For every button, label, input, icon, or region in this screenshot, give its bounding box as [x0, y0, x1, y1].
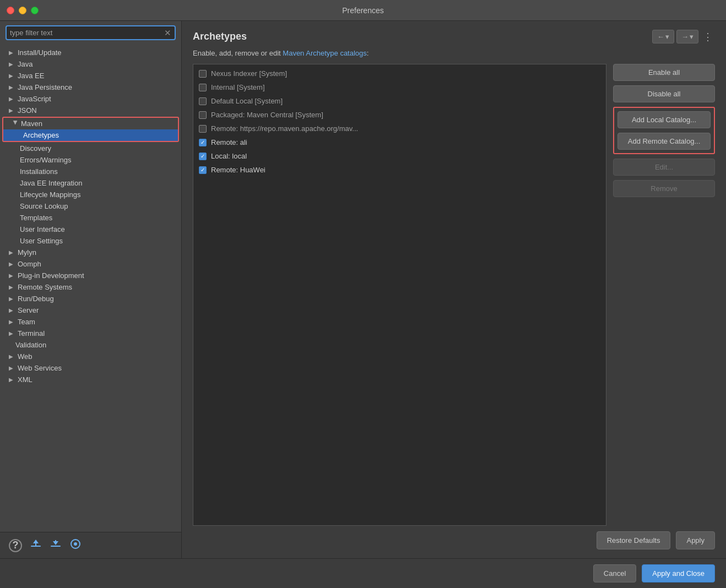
sidebar-item-label: Discovery — [20, 144, 51, 153]
checkbox-remote-apache[interactable] — [199, 125, 207, 133]
checkbox-internal[interactable] — [199, 84, 207, 91]
restore-defaults-button[interactable]: Restore Defaults — [597, 531, 671, 549]
sidebar-item-java[interactable]: ▶ Java — [0, 58, 181, 70]
sidebar-item-java-persistence[interactable]: ▶ Java Persistence — [0, 81, 181, 93]
sidebar-item-json[interactable]: ▶ JSON — [0, 105, 181, 116]
sidebar-item-lifecycle-mappings[interactable]: Lifecycle Mappings — [0, 189, 181, 200]
more-options-button[interactable]: ⋮ — [701, 31, 715, 43]
sidebar-item-label: User Settings — [20, 237, 63, 245]
catalog-list[interactable]: Nexus Indexer [System] Internal [System]… — [193, 64, 606, 526]
arrow-icon: ▶ — [9, 261, 15, 267]
checkbox-default-local[interactable] — [199, 97, 207, 105]
arrow-icon: ▶ — [9, 296, 15, 302]
sidebar-item-user-interface[interactable]: User Interface — [0, 224, 181, 235]
sidebar-item-team[interactable]: ▶ Team — [0, 316, 181, 328]
forward-dropdown-icon: ▾ — [690, 32, 694, 41]
sidebar-item-run-debug[interactable]: ▶ Run/Debug — [0, 293, 181, 304]
catalog-item-local-local[interactable]: ✓ Local: local — [193, 149, 606, 163]
sidebar-item-terminal[interactable]: ▶ Terminal — [0, 328, 181, 339]
sidebar-item-label: JSON — [18, 106, 37, 115]
catalog-item-remote-apache[interactable]: Remote: https://repo.maven.apache.org/ma… — [193, 122, 606, 135]
arrow-icon: ▶ — [9, 61, 15, 67]
catalog-item-label: Default Local [System] — [211, 97, 283, 105]
arrow-icon: ▶ — [9, 50, 15, 56]
catalog-item-default-local[interactable]: Default Local [System] — [193, 94, 606, 108]
catalog-area: Nexus Indexer [System] Internal [System]… — [193, 64, 715, 526]
checkbox-remote-ali[interactable]: ✓ — [199, 139, 207, 146]
apply-button[interactable]: Apply — [676, 531, 715, 549]
sidebar-item-oomph[interactable]: ▶ Oomph — [0, 258, 181, 270]
minimize-button[interactable] — [19, 7, 26, 14]
sidebar-item-maven[interactable]: ▶ Maven — [3, 118, 178, 129]
sidebar-item-label: Web Services — [18, 364, 62, 372]
catalog-item-label: Local: local — [211, 152, 247, 160]
sidebar-item-label: Install/Update — [18, 48, 62, 57]
enable-all-button[interactable]: Enable all — [613, 64, 715, 81]
catalog-item-label: Remote: HuaWei — [211, 166, 266, 174]
catalog-item-label: Remote: https://repo.maven.apache.org/ma… — [211, 124, 358, 133]
svg-rect-5 — [55, 540, 56, 543]
catalog-item-internal[interactable]: Internal [System] — [193, 80, 606, 94]
checkbox-nexus[interactable] — [199, 70, 207, 78]
main-content: ✕ ▶ Install/Update ▶ Java ▶ Java EE ▶ Ja… — [0, 21, 726, 558]
sidebar-item-web[interactable]: ▶ Web — [0, 351, 181, 362]
edit-button[interactable]: Edit... — [613, 159, 715, 176]
sidebar-item-installations[interactable]: Installations — [0, 166, 181, 177]
forward-button[interactable]: → ▾ — [676, 30, 698, 43]
sidebar-item-validation[interactable]: Validation — [0, 339, 181, 351]
sidebar-item-install-update[interactable]: ▶ Install/Update — [0, 47, 181, 58]
sidebar-item-discovery[interactable]: Discovery — [0, 143, 181, 154]
sidebar-item-templates[interactable]: Templates — [0, 212, 181, 224]
sidebar-item-label: Server — [18, 306, 39, 314]
export-icon[interactable] — [50, 538, 62, 553]
apply-and-close-button[interactable]: Apply and Close — [642, 564, 715, 582]
sidebar-item-java-ee[interactable]: ▶ Java EE — [0, 70, 181, 81]
sidebar-item-source-lookup[interactable]: Source Lookup — [0, 200, 181, 212]
sidebar-item-user-settings[interactable]: User Settings — [0, 235, 181, 247]
sidebar-item-javascript[interactable]: ▶ JavaScript — [0, 93, 181, 105]
close-button[interactable] — [7, 7, 14, 14]
sidebar-item-label: Run/Debug — [18, 295, 54, 303]
sidebar-item-label: Java Persistence — [18, 83, 72, 91]
catalog-item-nexus[interactable]: Nexus Indexer [System] — [193, 67, 606, 80]
add-remote-catalog-button[interactable]: Add Remote Catalog... — [617, 133, 711, 150]
checkbox-local-local[interactable]: ✓ — [199, 153, 207, 160]
remove-button[interactable]: Remove — [613, 180, 715, 197]
sidebar-item-mylyn[interactable]: ▶ Mylyn — [0, 247, 181, 258]
description: Enable, add, remove or edit Maven Archet… — [193, 49, 715, 57]
sidebar-item-errors-warnings[interactable]: Errors/Warnings — [0, 154, 181, 166]
import-icon[interactable] — [30, 538, 42, 553]
sidebar-item-server[interactable]: ▶ Server — [0, 304, 181, 316]
disable-all-button[interactable]: Disable all — [613, 85, 715, 102]
sidebar-item-label: Maven — [21, 119, 42, 128]
help-icon[interactable]: ? — [9, 539, 22, 552]
arrow-icon: ▶ — [9, 73, 15, 79]
search-input[interactable] — [10, 29, 161, 37]
maven-catalogs-link[interactable]: Maven Archetype catalogs — [283, 49, 366, 57]
arrow-icon: ▶ — [9, 365, 15, 371]
back-button[interactable]: ← ▾ — [652, 30, 674, 43]
sidebar-item-label: Installations — [20, 167, 58, 176]
sidebar-item-label: Java EE — [18, 72, 44, 80]
add-local-catalog-button[interactable]: Add Local Catalog... — [617, 111, 711, 128]
sidebar-item-java-ee-integration[interactable]: Java EE Integration — [0, 177, 181, 189]
sidebar-item-xml[interactable]: ▶ XML — [0, 374, 181, 385]
sidebar-item-web-services[interactable]: ▶ Web Services — [0, 362, 181, 374]
maximize-button[interactable] — [31, 7, 39, 14]
sidebar: ✕ ▶ Install/Update ▶ Java ▶ Java EE ▶ Ja… — [0, 21, 182, 558]
cancel-button[interactable]: Cancel — [593, 564, 636, 582]
checkbox-remote-huawei[interactable]: ✓ — [199, 166, 207, 174]
window-title: Preferences — [342, 6, 383, 15]
settings-icon[interactable] — [69, 538, 82, 553]
arrow-icon: ▶ — [9, 330, 15, 336]
catalog-item-packaged-central[interactable]: Packaged: Maven Central [System] — [193, 108, 606, 122]
catalog-item-remote-huawei[interactable]: ✓ Remote: HuaWei — [193, 163, 606, 177]
catalog-item-remote-ali[interactable]: ✓ Remote: ali — [193, 135, 606, 149]
checkbox-packaged-central[interactable] — [199, 111, 207, 119]
search-clear-icon[interactable]: ✕ — [164, 29, 171, 37]
catalog-item-label: Packaged: Maven Central [System] — [211, 111, 323, 119]
sidebar-item-plugin-development[interactable]: ▶ Plug-in Development — [0, 270, 181, 281]
sidebar-item-archetypes[interactable]: Archetypes — [3, 129, 178, 141]
sidebar-item-remote-systems[interactable]: ▶ Remote Systems — [0, 281, 181, 293]
window-controls[interactable] — [7, 7, 39, 14]
